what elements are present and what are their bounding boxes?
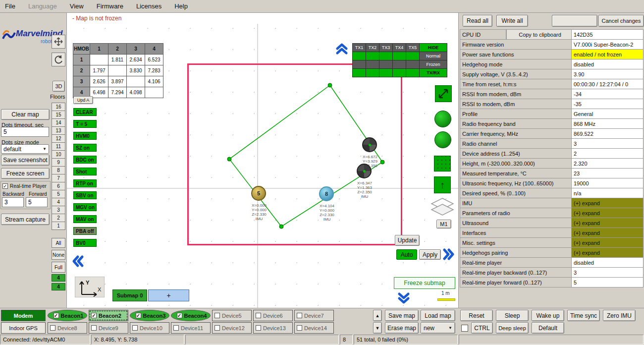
freeze-submap-button[interactable]: Freeze submap [394, 277, 455, 289]
setting-value[interactable]: (+) expand [571, 208, 644, 218]
tx-state-cell[interactable] [406, 68, 420, 77]
tx-state-cell[interactable] [379, 52, 393, 60]
floor-level-6-button[interactable]: 6 [52, 182, 65, 190]
load-map-button[interactable]: Load map [421, 310, 455, 321]
submap-0-tab[interactable]: Submap 0 [112, 289, 147, 301]
backward-input[interactable] [2, 197, 24, 207]
floor-level-7-button[interactable]: 7 [52, 174, 65, 182]
floor-level-11-button[interactable]: 11 [52, 142, 65, 151]
tx-state-cell[interactable] [379, 60, 393, 69]
stream-capture-button[interactable]: Stream capture [1, 214, 50, 225]
device-checkbox[interactable] [256, 313, 261, 318]
map-tool-pba-off-button[interactable]: PBA off [73, 227, 97, 235]
floor-level-1-button[interactable]: 1 [52, 222, 65, 230]
device-button-modem[interactable]: Modem [1, 310, 46, 321]
save-map-button[interactable]: Save map [385, 310, 419, 321]
layers-icon[interactable] [430, 197, 455, 219]
beacon-5[interactable]: 5 [251, 186, 266, 201]
tx-state-cell[interactable] [352, 60, 366, 69]
save-screenshot-button[interactable]: Save screenshot [1, 155, 50, 166]
tx-state-cell[interactable] [366, 68, 379, 77]
menu-item-view[interactable]: View [70, 2, 84, 10]
device-button-beacon1[interactable]: ✓Beacon1 [48, 310, 87, 321]
tx-header-cell[interactable]: TX5 [406, 43, 420, 52]
erase-map-button[interactable]: Erase map [385, 322, 419, 334]
device-checkbox[interactable] [297, 313, 302, 318]
map-tool-bdc-on-button[interactable]: BDC on [73, 156, 97, 164]
device-scroll-down-button[interactable]: ▼ [373, 322, 382, 334]
blank-button[interactable] [552, 15, 597, 27]
tx-header-cell[interactable]: TX2 [366, 43, 379, 52]
cancel-changes-button[interactable]: Cancel changes [598, 15, 644, 27]
map-tool-hvm0-button[interactable]: HVM0 [73, 132, 97, 140]
zoom-in-button[interactable] [434, 111, 451, 127]
map-tool-sz-on-button[interactable]: SZ on [73, 144, 97, 152]
tx-state-cell[interactable] [406, 60, 420, 69]
tx-header-cell[interactable]: TX3 [379, 43, 393, 52]
tx-state-cell[interactable] [392, 52, 406, 60]
setting-value[interactable]: (+) expand [571, 218, 644, 228]
menu-item-help[interactable]: Help [174, 2, 188, 10]
expand-down-icon[interactable] [397, 291, 411, 305]
map-canvas[interactable]: X=6.672Y=3.929Z=2.350X=6.347Y=1.363Z=2.3… [67, 13, 458, 308]
clear-map-button[interactable]: Clear map [1, 109, 50, 120]
beacon-stationary[interactable] [362, 137, 377, 152]
tx-header-cell[interactable]: TX1 [352, 43, 366, 52]
time-sync-button[interactable]: Time sync [567, 310, 600, 321]
tx-tx-rx-button[interactable]: TX/RX [419, 68, 447, 77]
floor-level-13-button[interactable]: 13 [52, 126, 65, 135]
realtime-player-checkbox[interactable]: ✓ [2, 183, 8, 189]
floor-level-3-button[interactable]: 3 [52, 206, 65, 214]
device-button-device12[interactable]: Device12 [212, 322, 252, 334]
device-button-indoor-gps[interactable]: Indoor GPS [1, 322, 46, 334]
freeze-screen-button[interactable]: Freeze screen [1, 168, 50, 179]
reset-button[interactable]: Reset [460, 310, 493, 321]
dots-size-select[interactable]: default ▼ [1, 144, 49, 154]
floor-level-2-button[interactable]: 2 [52, 214, 65, 222]
update-button[interactable]: Update [395, 235, 420, 246]
device-checkbox[interactable]: ✓ [91, 313, 97, 318]
floor-level-4-button[interactable]: 4 [52, 198, 65, 206]
setting-value[interactable]: (+) expand [571, 198, 644, 208]
copy-to-clipboard-button[interactable]: Copy to clipboard [506, 29, 572, 40]
setting-value[interactable]: (+) expand [571, 237, 644, 248]
tx-state-cell[interactable] [392, 60, 406, 69]
map-mode-select[interactable]: new ▼ [421, 322, 455, 334]
device-button-beacon3[interactable]: ✓Beacon3 [130, 310, 169, 321]
dots-timeout-input[interactable] [1, 127, 49, 137]
device-checkbox[interactable] [50, 325, 55, 331]
map-tool-clear-button[interactable]: CLEAR [73, 108, 97, 116]
expand-right-icon[interactable] [442, 247, 456, 261]
write-all-button[interactable]: Write all [496, 15, 528, 27]
tx-state-cell[interactable] [352, 52, 366, 60]
setting-value[interactable]: (+) expand [571, 228, 644, 238]
floor-level-10-button[interactable]: 10 [52, 150, 65, 159]
device-checkbox[interactable] [132, 325, 138, 331]
device-button-device14[interactable]: Device14 [294, 322, 334, 334]
tx-state-cell[interactable] [379, 68, 393, 77]
default-button[interactable]: Default [532, 322, 564, 334]
menu-item-firmware[interactable]: Firmware [97, 2, 123, 10]
pan-tool-button[interactable] [52, 35, 65, 49]
tx-state-cell[interactable] [406, 52, 420, 60]
device-button-device13[interactable]: Device13 [253, 322, 293, 334]
device-checkbox[interactable]: ✓ [177, 313, 182, 318]
collapse-up-icon[interactable] [335, 42, 349, 56]
device-button-device5[interactable]: Device5 [212, 310, 252, 321]
tx-state-cell[interactable] [392, 68, 406, 77]
floors-none-button[interactable]: None [52, 250, 65, 260]
apply-button[interactable]: Apply [419, 249, 441, 260]
collapse-left-icon[interactable] [71, 254, 85, 268]
map-tool-mgv-on-button[interactable]: MGV on [73, 203, 97, 211]
wake-up-button[interactable]: Wake up [532, 310, 564, 321]
device-checkbox[interactable] [256, 325, 261, 331]
device-button-device8[interactable]: Device8 [48, 322, 87, 334]
floors-full-button[interactable]: Full [52, 262, 65, 273]
tx-frozen-button[interactable]: Frozen [419, 60, 447, 69]
device-button-device10[interactable]: Device10 [130, 322, 169, 334]
device-scroll-up-button[interactable]: ▲ [373, 310, 382, 321]
floor-extra-button[interactable]: 4 [52, 283, 65, 290]
tx-hide-button[interactable]: HIDE [419, 43, 447, 52]
floors-all-button[interactable]: All [52, 238, 65, 248]
beacon-stationary[interactable] [357, 164, 372, 178]
